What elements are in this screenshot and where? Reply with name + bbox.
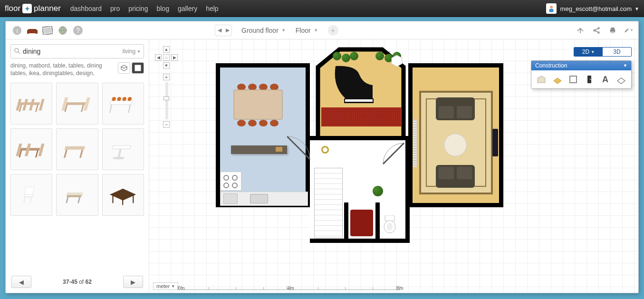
- object-piano[interactable]: [330, 61, 380, 106]
- svg-point-17: [598, 32, 599, 33]
- view-2d-thumb-button[interactable]: [132, 62, 144, 74]
- nav-pricing[interactable]: pricing: [128, 5, 148, 12]
- undo-icon[interactable]: ◀: [218, 27, 221, 33]
- wall-segment: [375, 203, 380, 243]
- object-plant[interactable]: [375, 52, 384, 60]
- object-door-handle[interactable]: [321, 146, 329, 154]
- settings-icon[interactable]: ▼: [624, 26, 634, 35]
- svg-point-89: [387, 223, 393, 231]
- globe-icon[interactable]: [56, 24, 69, 37]
- prev-page-button[interactable]: ◀: [11, 276, 31, 288]
- object-toilet[interactable]: [383, 215, 396, 233]
- tags-line: dining, matbord, table, tables, dining t…: [10, 62, 144, 77]
- furniture-item[interactable]: [102, 128, 144, 170]
- object-side-table[interactable]: [391, 55, 403, 67]
- object-counter[interactable]: [231, 145, 287, 154]
- search-input[interactable]: [23, 48, 121, 55]
- zoom-handle[interactable]: [163, 96, 169, 100]
- tool-dimension[interactable]: [614, 73, 628, 86]
- unit-selector[interactable]: meter ▼: [153, 282, 178, 290]
- object-stove[interactable]: [220, 172, 241, 191]
- svg-point-16: [598, 28, 599, 29]
- search-tags: dining, matbord, table, tables, dining t…: [10, 62, 114, 77]
- object-door[interactable]: [287, 135, 313, 161]
- floor-plan[interactable]: [216, 43, 582, 252]
- svg-rect-7: [36, 30, 38, 34]
- svg-rect-87: [385, 215, 394, 221]
- object-stairs[interactable]: [314, 168, 343, 238]
- export-icon[interactable]: [576, 26, 585, 35]
- share-icon[interactable]: [592, 26, 601, 35]
- info-button[interactable]: i: [10, 24, 24, 37]
- design-selector[interactable]: Floor ▼: [296, 27, 318, 34]
- user-menu[interactable]: meg_escott@hotmail.com ▼: [546, 3, 639, 14]
- object-plant[interactable]: [350, 52, 358, 60]
- svg-rect-62: [77, 197, 80, 203]
- unit-label: meter: [156, 283, 170, 289]
- pan-center-button[interactable]: ⌂: [163, 54, 170, 61]
- object-rug[interactable]: [321, 107, 401, 126]
- add-button[interactable]: +: [328, 25, 338, 36]
- view-3d-thumb-button[interactable]: [118, 62, 130, 74]
- object-bench[interactable]: [350, 210, 373, 236]
- object-coffee-table[interactable]: [444, 134, 467, 156]
- scale-ticks: 0m 4m 8m: [181, 283, 400, 290]
- furniture-item[interactable]: [56, 128, 98, 170]
- object-door[interactable]: [381, 141, 405, 165]
- chevron-down-icon: ▼: [171, 284, 175, 289]
- svg-rect-57: [23, 196, 25, 203]
- picture-icon[interactable]: [41, 24, 54, 37]
- category-filter[interactable]: living ▼: [123, 48, 141, 55]
- search-icon: [14, 48, 20, 56]
- zoom-out-button[interactable]: −: [163, 121, 170, 128]
- furniture-grid: [10, 83, 144, 216]
- canvas[interactable]: ▲ ▼ ◀ ▶ ⌂ + − 2D▼ 3D Co: [149, 39, 638, 293]
- object-tv[interactable]: [492, 129, 498, 156]
- svg-rect-26: [35, 105, 38, 112]
- svg-rect-58: [29, 196, 32, 203]
- pan-right-button[interactable]: ▶: [171, 54, 178, 61]
- pan-left-button[interactable]: ◀: [155, 54, 162, 61]
- next-page-button[interactable]: ▶: [123, 276, 143, 288]
- nav-help[interactable]: help: [206, 5, 218, 12]
- furniture-item[interactable]: [102, 174, 144, 216]
- object-dining-table[interactable]: [231, 88, 285, 122]
- object-sofa[interactable]: [436, 165, 475, 188]
- object-kitchen-counter[interactable]: [220, 192, 308, 206]
- furniture-item[interactable]: [102, 83, 144, 125]
- svg-rect-45: [35, 150, 38, 157]
- furniture-item[interactable]: [10, 128, 52, 170]
- pan-up-button[interactable]: ▲: [163, 46, 170, 53]
- furniture-item[interactable]: [10, 83, 52, 125]
- pan-down-button[interactable]: ▼: [163, 62, 170, 69]
- nav-gallery[interactable]: gallery: [178, 5, 197, 12]
- app-frame: i ? ◀ ▶ Ground floor ▼ Floor ▼ + ▼: [5, 21, 639, 293]
- redo-icon[interactable]: ▶: [226, 27, 230, 33]
- furniture-item[interactable]: [10, 174, 52, 216]
- tool-text[interactable]: A: [598, 73, 613, 86]
- furniture-item[interactable]: [56, 83, 98, 125]
- help-button[interactable]: ?: [71, 24, 85, 37]
- zoom-in-button[interactable]: +: [163, 74, 170, 80]
- furniture-item[interactable]: [56, 174, 98, 216]
- nav-dashboard[interactable]: dashboard: [70, 5, 102, 12]
- svg-rect-24: [19, 102, 40, 105]
- undo-redo-buttons[interactable]: ◀ ▶: [215, 25, 232, 36]
- nav-blog[interactable]: blog: [156, 5, 169, 12]
- furniture-icon[interactable]: [26, 24, 39, 37]
- object-plant[interactable]: [333, 52, 341, 60]
- svg-rect-5: [28, 29, 37, 33]
- right-tools: ▼: [576, 26, 634, 35]
- object-plant[interactable]: [373, 186, 383, 196]
- svg-rect-61: [66, 197, 68, 203]
- view-3d-button[interactable]: 3D: [603, 48, 631, 56]
- nav-pro[interactable]: pro: [110, 5, 120, 12]
- object-radiator[interactable]: [413, 119, 417, 167]
- svg-rect-64: [113, 195, 114, 203]
- print-icon[interactable]: [608, 26, 617, 35]
- floor-selector[interactable]: Ground floor ▼: [241, 27, 286, 34]
- zoom-track[interactable]: [165, 82, 168, 119]
- brand[interactable]: floor ✦ planner: [5, 4, 61, 13]
- tool-door[interactable]: [582, 73, 596, 86]
- object-sofa[interactable]: [436, 97, 475, 120]
